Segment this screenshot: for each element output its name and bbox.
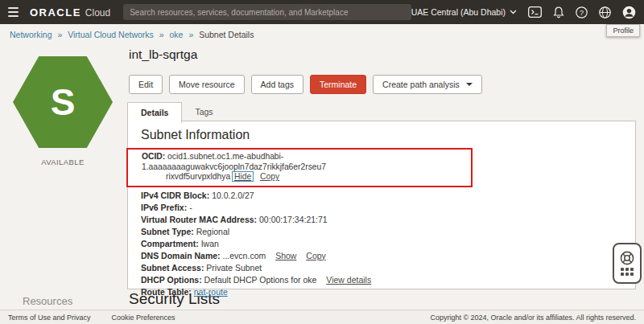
page-title: int_lb-sqrtga	[129, 47, 197, 62]
subnet-information-card: Subnet Information OCID: ocid1.subnet.oc…	[127, 121, 636, 289]
action-buttons: Edit Move resource Add tags Terminate Cr…	[129, 75, 482, 94]
field-label: IPv6 Prefix:	[141, 203, 187, 212]
drag-dots-icon	[621, 268, 634, 276]
ocid-copy-link[interactable]: Copy	[260, 172, 279, 181]
breadcrumb-separator: »	[57, 30, 62, 39]
footer-bar: Terms of Use and Privacy Cookie Preferen…	[0, 310, 644, 324]
oracle-cloud-logo[interactable]: ORACLE Cloud	[30, 6, 110, 18]
field-value: ...evcn.com	[223, 251, 266, 260]
field-value: -	[189, 203, 192, 212]
ocid-hide-link[interactable]: Hide	[233, 172, 253, 181]
field-subnet-access: Subnet Access: Private Subnet	[141, 263, 622, 273]
notifications-bell-icon[interactable]	[553, 6, 564, 18]
subnet-initial: S	[51, 84, 76, 121]
region-label: UAE Central (Abu Dhabi)	[411, 7, 506, 17]
dns-copy-link[interactable]: Copy	[306, 251, 326, 260]
field-label: Route Table:	[141, 287, 192, 297]
support-assistant-widget[interactable]	[613, 243, 642, 284]
field-value: 00:00:17:34:21:71	[259, 215, 328, 224]
edit-button[interactable]: Edit	[129, 75, 163, 94]
dhcp-view-details-link[interactable]: View details	[326, 275, 371, 285]
ocid-highlight-annotation: OCID: ocid1.subnet.oc1.me-abudhabi-1.aaa…	[126, 148, 473, 187]
field-dhcp-options: DHCP Options: Default DHCP Options for o…	[141, 275, 622, 285]
field-label: DHCP Options:	[141, 275, 202, 285]
topbar-right-controls: UAE Central (Abu Dhabi)	[411, 6, 636, 19]
field-label: Subnet Access:	[141, 263, 204, 273]
field-route-table: Route Table: nat-route	[141, 287, 622, 297]
terminate-button[interactable]: Terminate	[310, 75, 366, 94]
copyright-text: Copyright © 2024, Oracle and/or its affi…	[430, 314, 636, 322]
ocid-value-line1: ocid1.subnet.oc1.me-abudhabi-1.aaaaaaaag…	[142, 152, 326, 171]
breadcrumb-current: Subnet Details	[199, 30, 254, 39]
region-selector[interactable]: UAE Central (Abu Dhabi)	[411, 7, 517, 17]
breadcrumb-separator: »	[159, 30, 164, 39]
create-path-analysis-label: Create path analysis	[382, 80, 460, 89]
ocid-value-line2: rixvdf5urvpxldhya	[166, 172, 230, 181]
field-virtual-router-mac: Virtual Router MAC Address: 00:00:17:34:…	[141, 215, 622, 225]
field-value: Iwan	[201, 239, 219, 248]
dns-show-link[interactable]: Show	[275, 251, 296, 260]
profile-tooltip: Profile	[606, 24, 640, 37]
logo-cloud-text: Cloud	[85, 7, 110, 18]
profile-avatar-icon[interactable]	[622, 6, 636, 19]
chevron-down-icon	[510, 10, 517, 14]
search-input[interactable]	[123, 4, 411, 20]
detail-tabs: Details Tags	[127, 102, 226, 123]
language-globe-icon[interactable]	[599, 6, 611, 18]
breadcrumb-networking[interactable]: Networking	[10, 30, 52, 39]
ocid-label: OCID:	[142, 152, 165, 161]
tab-details[interactable]: Details	[127, 102, 182, 123]
add-tags-button[interactable]: Add tags	[251, 75, 303, 94]
field-value: Regional	[196, 227, 229, 236]
field-label: Compartment:	[141, 239, 199, 248]
field-label: IPv4 CIDR Block:	[141, 191, 209, 200]
route-table-link[interactable]: nat-route	[194, 287, 228, 297]
field-subnet-type: Subnet Type: Regional	[141, 227, 622, 237]
dropdown-caret-icon	[466, 83, 473, 86]
resource-status-hexagon: S	[13, 56, 113, 148]
svg-text:?: ?	[580, 8, 584, 16]
logo-oracle-text: ORACLE	[30, 6, 81, 18]
cookie-preferences-link[interactable]: Cookie Preferences	[112, 314, 175, 322]
breadcrumb: Networking » Virtual Cloud Networks » ok…	[10, 30, 254, 39]
life-ring-icon	[620, 251, 634, 265]
create-path-analysis-button[interactable]: Create path analysis	[373, 75, 482, 94]
resources-section-heading: Resources	[23, 295, 72, 307]
tab-tags[interactable]: Tags	[182, 102, 225, 123]
field-ipv6-prefix: IPv6 Prefix: -	[141, 203, 622, 213]
hamburger-menu-icon[interactable]	[8, 7, 19, 17]
top-bar: ORACLE Cloud UAE Central (Abu Dhabi)	[0, 0, 644, 24]
ocid-row: OCID: ocid1.subnet.oc1.me-abudhabi-1.aaa…	[142, 152, 464, 172]
help-icon[interactable]: ?	[576, 6, 588, 18]
field-compartment: Compartment: Iwan	[141, 239, 622, 249]
ocid-row-2: rixvdf5urvpxldhya Hide Copy	[142, 172, 464, 183]
field-label: Virtual Router MAC Address:	[141, 215, 257, 224]
section-title: Subnet Information	[141, 128, 622, 142]
move-resource-button[interactable]: Move resource	[169, 75, 244, 94]
status-badge: AVAILABLE	[13, 158, 113, 166]
oci-console-window: ORACLE Cloud UAE Central (Abu Dhabi)	[0, 0, 644, 324]
field-value: 10.0.2.0/27	[212, 191, 254, 200]
field-label: DNS Domain Name:	[141, 251, 221, 260]
breadcrumb-oke[interactable]: oke	[170, 30, 184, 39]
field-dns-domain-name: DNS Domain Name: ...evcn.com Show Copy	[141, 251, 622, 261]
field-ipv4-cidr: IPv4 CIDR Block: 10.0.2.0/27	[141, 191, 622, 201]
cloud-shell-icon[interactable]	[528, 6, 542, 18]
field-label: Subnet Type:	[141, 227, 194, 236]
field-value: Default DHCP Options for oke	[204, 275, 317, 285]
field-value: Private Subnet	[206, 263, 262, 273]
breadcrumb-virtual-cloud-networks[interactable]: Virtual Cloud Networks	[68, 30, 154, 39]
breadcrumb-separator: »	[188, 30, 193, 39]
terms-link[interactable]: Terms of Use and Privacy	[8, 314, 91, 322]
